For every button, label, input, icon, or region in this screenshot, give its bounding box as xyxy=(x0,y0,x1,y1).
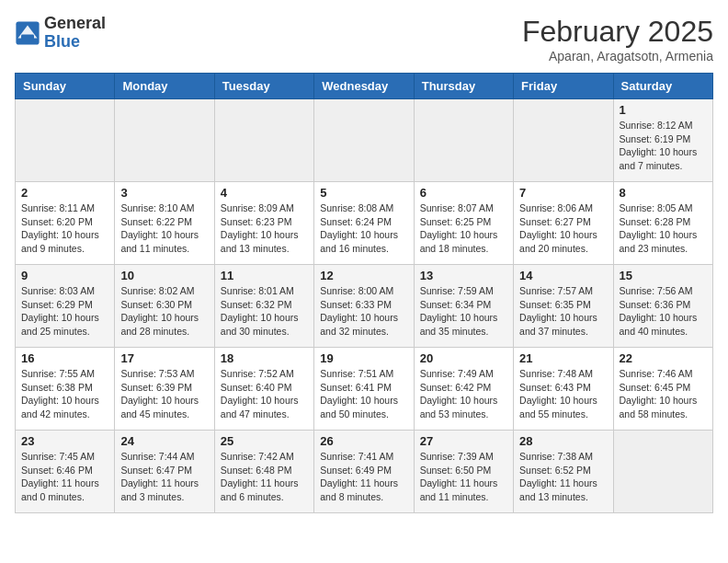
calendar-cell: 18Sunrise: 7:52 AM Sunset: 6:40 PM Dayli… xyxy=(214,348,313,431)
calendar-week-row: 1Sunrise: 8:12 AM Sunset: 6:19 PM Daylig… xyxy=(16,99,713,182)
calendar-cell: 21Sunrise: 7:48 AM Sunset: 6:43 PM Dayli… xyxy=(514,348,613,431)
calendar-cell: 4Sunrise: 8:09 AM Sunset: 6:23 PM Daylig… xyxy=(214,182,313,265)
calendar-cell: 26Sunrise: 7:41 AM Sunset: 6:49 PM Dayli… xyxy=(314,431,414,513)
logo-text: General Blue xyxy=(44,15,106,52)
calendar-cell: 11Sunrise: 8:01 AM Sunset: 6:32 PM Dayli… xyxy=(214,265,313,348)
calendar-cell: 5Sunrise: 8:08 AM Sunset: 6:24 PM Daylig… xyxy=(314,182,414,265)
logo-general: General xyxy=(44,14,106,32)
day-info: Sunrise: 7:57 AM Sunset: 6:35 PM Dayligh… xyxy=(519,284,607,339)
calendar-cell xyxy=(514,99,613,182)
day-info: Sunrise: 7:45 AM Sunset: 6:46 PM Dayligh… xyxy=(21,450,108,504)
day-number: 11 xyxy=(221,269,308,282)
logo-icon xyxy=(15,20,40,46)
day-info: Sunrise: 7:42 AM Sunset: 6:48 PM Dayligh… xyxy=(221,450,308,504)
day-number: 23 xyxy=(21,434,108,448)
calendar-header-row: SundayMondayTuesdayWednesdayThursdayFrid… xyxy=(16,74,713,99)
calendar-cell: 28Sunrise: 7:38 AM Sunset: 6:52 PM Dayli… xyxy=(514,431,613,513)
day-info: Sunrise: 7:41 AM Sunset: 6:49 PM Dayligh… xyxy=(320,450,407,504)
day-number: 12 xyxy=(320,269,407,282)
calendar-cell: 2Sunrise: 8:11 AM Sunset: 6:20 PM Daylig… xyxy=(16,182,115,265)
col-header-thursday: Thursday xyxy=(414,74,513,99)
day-number: 9 xyxy=(21,269,108,282)
col-header-saturday: Saturday xyxy=(613,74,712,99)
day-info: Sunrise: 8:05 AM Sunset: 6:28 PM Dayligh… xyxy=(620,201,707,256)
day-info: Sunrise: 7:55 AM Sunset: 6:38 PM Dayligh… xyxy=(21,367,108,421)
page-header: General Blue February 2025 Aparan, Araga… xyxy=(15,15,713,63)
day-info: Sunrise: 8:02 AM Sunset: 6:30 PM Dayligh… xyxy=(120,284,208,339)
day-number: 1 xyxy=(620,103,707,117)
day-number: 2 xyxy=(21,186,108,200)
calendar-cell: 12Sunrise: 8:00 AM Sunset: 6:33 PM Dayli… xyxy=(314,265,414,348)
day-info: Sunrise: 7:38 AM Sunset: 6:52 PM Dayligh… xyxy=(519,450,607,504)
calendar-cell: 15Sunrise: 7:56 AM Sunset: 6:36 PM Dayli… xyxy=(613,265,712,348)
day-info: Sunrise: 8:09 AM Sunset: 6:23 PM Dayligh… xyxy=(221,201,308,256)
day-info: Sunrise: 8:01 AM Sunset: 6:32 PM Dayligh… xyxy=(221,284,308,339)
calendar-cell: 13Sunrise: 7:59 AM Sunset: 6:34 PM Dayli… xyxy=(414,265,513,348)
calendar-cell xyxy=(16,99,115,182)
day-number: 27 xyxy=(420,434,507,448)
day-info: Sunrise: 8:03 AM Sunset: 6:29 PM Dayligh… xyxy=(21,284,108,339)
day-info: Sunrise: 7:53 AM Sunset: 6:39 PM Dayligh… xyxy=(120,367,208,421)
col-header-sunday: Sunday xyxy=(16,74,115,99)
day-number: 3 xyxy=(120,186,208,200)
day-number: 17 xyxy=(120,351,208,365)
calendar-cell: 6Sunrise: 8:07 AM Sunset: 6:25 PM Daylig… xyxy=(414,182,513,265)
col-header-wednesday: Wednesday xyxy=(314,74,414,99)
day-number: 7 xyxy=(519,186,607,200)
calendar-cell xyxy=(314,99,414,182)
logo: General Blue xyxy=(15,15,106,52)
day-info: Sunrise: 8:10 AM Sunset: 6:22 PM Dayligh… xyxy=(120,201,208,256)
day-info: Sunrise: 8:07 AM Sunset: 6:25 PM Dayligh… xyxy=(420,201,507,256)
day-number: 4 xyxy=(221,186,308,200)
calendar-table: SundayMondayTuesdayWednesdayThursdayFrid… xyxy=(15,73,713,513)
col-header-tuesday: Tuesday xyxy=(214,74,313,99)
day-info: Sunrise: 7:56 AM Sunset: 6:36 PM Dayligh… xyxy=(620,284,707,339)
day-info: Sunrise: 7:46 AM Sunset: 6:45 PM Dayligh… xyxy=(620,367,707,421)
day-info: Sunrise: 8:11 AM Sunset: 6:20 PM Dayligh… xyxy=(21,201,108,256)
calendar-cell: 19Sunrise: 7:51 AM Sunset: 6:41 PM Dayli… xyxy=(314,348,414,431)
calendar-cell: 9Sunrise: 8:03 AM Sunset: 6:29 PM Daylig… xyxy=(16,265,115,348)
day-info: Sunrise: 7:44 AM Sunset: 6:47 PM Dayligh… xyxy=(120,450,208,504)
day-info: Sunrise: 7:49 AM Sunset: 6:42 PM Dayligh… xyxy=(420,367,507,421)
month-title: February 2025 xyxy=(522,15,713,49)
day-number: 16 xyxy=(21,351,108,365)
calendar-cell: 14Sunrise: 7:57 AM Sunset: 6:35 PM Dayli… xyxy=(514,265,613,348)
day-info: Sunrise: 7:52 AM Sunset: 6:40 PM Dayligh… xyxy=(221,367,308,421)
calendar-cell: 20Sunrise: 7:49 AM Sunset: 6:42 PM Dayli… xyxy=(414,348,513,431)
day-info: Sunrise: 7:39 AM Sunset: 6:50 PM Dayligh… xyxy=(420,450,507,504)
col-header-monday: Monday xyxy=(115,74,214,99)
calendar-cell: 22Sunrise: 7:46 AM Sunset: 6:45 PM Dayli… xyxy=(613,348,712,431)
calendar-cell xyxy=(613,431,712,513)
title-block: February 2025 Aparan, Aragatsotn, Armeni… xyxy=(522,15,713,63)
calendar-cell: 24Sunrise: 7:44 AM Sunset: 6:47 PM Dayli… xyxy=(115,431,214,513)
day-info: Sunrise: 7:51 AM Sunset: 6:41 PM Dayligh… xyxy=(320,367,407,421)
day-number: 19 xyxy=(320,351,407,365)
col-header-friday: Friday xyxy=(514,74,613,99)
calendar-week-row: 16Sunrise: 7:55 AM Sunset: 6:38 PM Dayli… xyxy=(16,348,713,431)
day-number: 13 xyxy=(420,269,507,282)
calendar-week-row: 2Sunrise: 8:11 AM Sunset: 6:20 PM Daylig… xyxy=(16,182,713,265)
day-number: 20 xyxy=(420,351,507,365)
calendar-cell xyxy=(115,99,214,182)
day-number: 28 xyxy=(519,434,607,448)
logo-blue: Blue xyxy=(44,32,80,51)
calendar-cell: 10Sunrise: 8:02 AM Sunset: 6:30 PM Dayli… xyxy=(115,265,214,348)
calendar-cell: 25Sunrise: 7:42 AM Sunset: 6:48 PM Dayli… xyxy=(214,431,313,513)
day-number: 22 xyxy=(620,351,707,365)
calendar-cell: 3Sunrise: 8:10 AM Sunset: 6:22 PM Daylig… xyxy=(115,182,214,265)
calendar-cell: 17Sunrise: 7:53 AM Sunset: 6:39 PM Dayli… xyxy=(115,348,214,431)
calendar-cell xyxy=(414,99,513,182)
day-number: 21 xyxy=(519,351,607,365)
day-info: Sunrise: 8:06 AM Sunset: 6:27 PM Dayligh… xyxy=(519,201,607,256)
day-info: Sunrise: 7:48 AM Sunset: 6:43 PM Dayligh… xyxy=(519,367,607,421)
day-number: 24 xyxy=(120,434,208,448)
day-number: 5 xyxy=(320,186,407,200)
calendar-cell: 1Sunrise: 8:12 AM Sunset: 6:19 PM Daylig… xyxy=(613,99,712,182)
day-number: 26 xyxy=(320,434,407,448)
calendar-cell: 16Sunrise: 7:55 AM Sunset: 6:38 PM Dayli… xyxy=(16,348,115,431)
day-info: Sunrise: 7:59 AM Sunset: 6:34 PM Dayligh… xyxy=(420,284,507,339)
day-info: Sunrise: 8:00 AM Sunset: 6:33 PM Dayligh… xyxy=(320,284,407,339)
day-number: 8 xyxy=(620,186,707,200)
day-number: 10 xyxy=(120,269,208,282)
calendar-cell: 23Sunrise: 7:45 AM Sunset: 6:46 PM Dayli… xyxy=(16,431,115,513)
